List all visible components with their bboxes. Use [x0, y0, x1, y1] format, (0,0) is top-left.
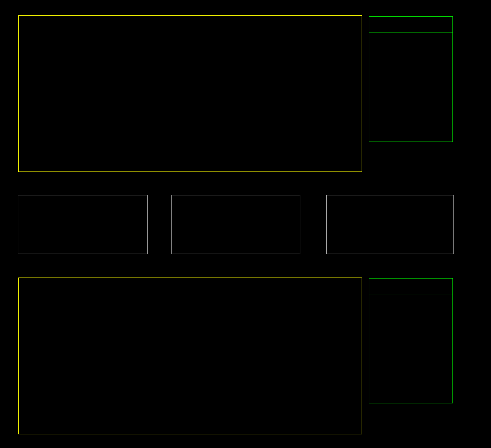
aip-output-table [369, 278, 453, 403]
autoscala-output-table [369, 16, 453, 142]
ionogram-top-canvas [19, 16, 362, 171]
thumbnail-f2-canvas [327, 195, 453, 254]
ionogram-bottom-canvas [19, 278, 362, 434]
autoscala-screen: { "title": "La_Spezia (lat: +44.1, lon: … [0, 0, 491, 448]
ionogram-top-plot [18, 15, 362, 172]
thumbnail-original-canvas [18, 195, 147, 254]
thumbnail-original-ionogram [18, 195, 148, 254]
thumbnail-eliminate-canvas [172, 195, 300, 254]
autoscala-table-header [369, 17, 452, 32]
ionogram-bottom-plot [18, 278, 362, 434]
aip-table-header [369, 279, 452, 294]
thumbnail-f2-trace [326, 195, 454, 254]
thumbnail-eliminate-reflections [171, 195, 300, 254]
